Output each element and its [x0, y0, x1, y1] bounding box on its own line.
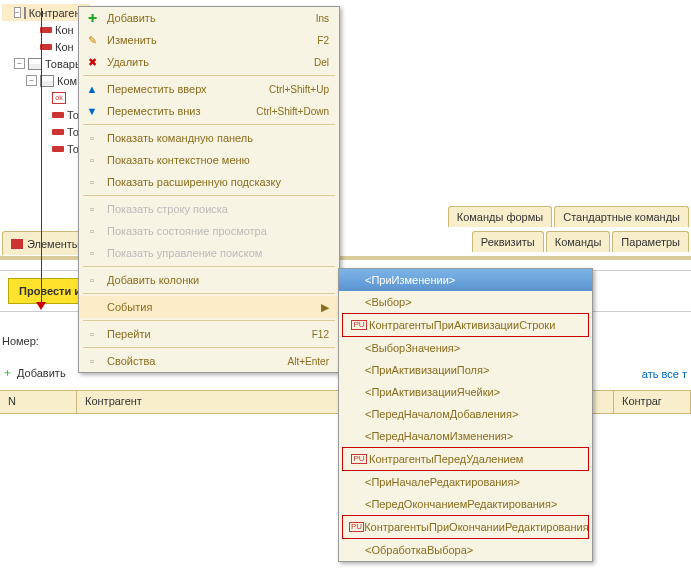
tree-item[interactable]: Кон — [2, 21, 90, 38]
expand-toggle[interactable]: − — [14, 7, 21, 18]
menu-item[interactable]: ✚ДобавитьIns — [79, 7, 339, 29]
highlight-box: PUКонтрагентыПриАктивизацииСтроки — [342, 313, 589, 337]
menu-item: ▫Показать состояние просмотра — [79, 220, 339, 242]
submenu-item[interactable]: <Выбор> — [339, 291, 592, 313]
menu-item: ▫Показать строку поиска — [79, 198, 339, 220]
submenu-label: <Выбор> — [365, 296, 586, 308]
dn-icon: ▼ — [79, 104, 105, 118]
tree-item[interactable]: −Товары — [2, 55, 90, 72]
menu-separator — [83, 293, 335, 294]
tree-item[interactable]: −Ком — [2, 72, 90, 89]
annotation-arrow-head — [36, 302, 46, 310]
menu-item[interactable]: ▲Переместить вверхCtrl+Shift+Up — [79, 78, 339, 100]
g-icon: ▫ — [79, 202, 105, 216]
submenu-label: <ОбработкаВыбора> — [365, 544, 586, 556]
menu-item[interactable]: ▫ПерейтиF12 — [79, 323, 339, 345]
menu-label: Добавить — [105, 12, 316, 24]
tree-label: Кон — [55, 24, 74, 36]
field-icon — [52, 146, 64, 152]
menu-label: Показать управление поиском — [105, 247, 333, 259]
menu-item[interactable]: ▼Переместить внизCtrl+Shift+Down — [79, 100, 339, 122]
menu-item[interactable]: ▫Показать расширенную подсказку — [79, 171, 339, 193]
expand-toggle[interactable]: − — [26, 75, 37, 86]
tab-form-commands[interactable]: Команды формы — [448, 206, 552, 227]
col-kontragent-right[interactable]: Контраг — [613, 390, 691, 414]
menu-item[interactable]: ▫Показать командную панель — [79, 127, 339, 149]
submenu-item[interactable]: PUКонтрагентыПриОкончанииРедактирования — [343, 516, 588, 538]
menu-separator — [83, 124, 335, 125]
event-icon: PU — [349, 454, 369, 464]
expand-toggle[interactable]: − — [14, 58, 25, 69]
submenu-label: <ВыборЗначения> — [365, 342, 586, 354]
menu-label: Переместить вниз — [105, 105, 256, 117]
g-icon: ▫ — [79, 327, 105, 341]
tab-commands[interactable]: Команды — [546, 231, 611, 252]
submenu-item[interactable]: PUКонтрагентыПередУдалением — [343, 448, 588, 470]
menu-separator — [83, 347, 335, 348]
menu-item[interactable]: ✖УдалитьDel — [79, 51, 339, 73]
g-icon: ▫ — [79, 153, 105, 167]
right-tabbar-bottom: Реквизиты Команды Параметры — [472, 231, 689, 252]
add-icon: ✚ — [79, 11, 105, 25]
submenu-item[interactable]: <ПриАктивизацииПоля> — [339, 359, 592, 381]
tab-requisites[interactable]: Реквизиты — [472, 231, 544, 252]
g-icon: ▫ — [79, 224, 105, 238]
submenu-label: КонтрагентыПриОкончанииРедактирования — [364, 521, 588, 533]
menu-separator — [83, 320, 335, 321]
shortcut: Alt+Enter — [288, 356, 333, 367]
tab-label: Элементы — [27, 238, 80, 250]
submenu-item[interactable]: <ПриАктивизацииЯчейки> — [339, 381, 592, 403]
menu-separator — [83, 195, 335, 196]
submenu-item[interactable]: <ПриНачалеРедактирования> — [339, 471, 592, 493]
tree-item[interactable]: Кон — [2, 38, 90, 55]
menu-label: Показать состояние просмотра — [105, 225, 333, 237]
g-icon: ▫ — [79, 175, 105, 189]
elements-icon — [11, 239, 23, 249]
menu-label: Свойства — [105, 355, 288, 367]
submenu-label: <ПередНачаломДобавления> — [365, 408, 586, 420]
menu-label: Показать строку поиска — [105, 203, 333, 215]
highlight-box: PUКонтрагентыПриОкончанииРедактирования — [342, 515, 589, 539]
toolbar-add[interactable]: ＋ Добавить — [2, 365, 66, 380]
submenu-item[interactable]: <ПередНачаломИзменения> — [339, 425, 592, 447]
tree-item[interactable]: То — [2, 106, 90, 123]
menu-item[interactable]: ▫СвойстваAlt+Enter — [79, 350, 339, 372]
tree-item[interactable]: То — [2, 123, 90, 140]
del-icon: ✖ — [79, 55, 105, 69]
menu-item[interactable]: ✎ИзменитьF2 — [79, 29, 339, 51]
menu-item[interactable]: ▫Добавить колонки — [79, 269, 339, 291]
submenu-item[interactable]: <ПередОкончаниемРедактирования> — [339, 493, 592, 515]
tree-item[interactable]: −Контрагенты — [2, 4, 90, 21]
menu-separator — [83, 75, 335, 76]
submenu-item[interactable]: <ОбработкаВыбора> — [339, 539, 592, 561]
shortcut: Del — [314, 57, 333, 68]
field-icon — [52, 112, 64, 118]
g-icon: ▫ — [79, 246, 105, 260]
menu-item[interactable]: ▫Показать контекстное меню — [79, 149, 339, 171]
shortcut: Ctrl+Shift+Up — [269, 84, 333, 95]
submenu-label: <ПриНачалеРедактирования> — [365, 476, 586, 488]
submenu-label: КонтрагентыПриАктивизацииСтроки — [369, 319, 582, 331]
plus-icon: ＋ — [2, 365, 13, 380]
col-n[interactable]: N — [0, 391, 77, 413]
table-icon — [28, 58, 42, 70]
events-submenu: <ПриИзменении><Выбор>PUКонтрагентыПриАкт… — [338, 268, 593, 562]
menu-label: Показать контекстное меню — [105, 154, 333, 166]
submenu-item[interactable]: <ПередНачаломДобавления> — [339, 403, 592, 425]
submenu-item[interactable]: <ПриИзменении> — [339, 269, 592, 291]
submenu-item[interactable]: <ВыборЗначения> — [339, 337, 592, 359]
show-all-link[interactable]: ать все т — [642, 368, 687, 380]
menu-item: ▫Показать управление поиском — [79, 242, 339, 264]
tree-item[interactable]: То — [2, 140, 90, 157]
menu-item[interactable]: События▶ — [79, 296, 339, 318]
g-icon: ▫ — [79, 131, 105, 145]
tab-elements[interactable]: Элементы — [2, 231, 89, 255]
tree-label: Ком — [57, 75, 77, 87]
event-icon: PU — [349, 320, 369, 330]
right-tabbar-top: Команды формы Стандартные команды — [448, 206, 689, 227]
tab-std-commands[interactable]: Стандартные команды — [554, 206, 689, 227]
tree-item[interactable]: ok — [2, 89, 90, 106]
tab-params[interactable]: Параметры — [612, 231, 689, 252]
menu-icon — [79, 300, 105, 314]
submenu-item[interactable]: PUКонтрагентыПриАктивизацииСтроки — [343, 314, 588, 336]
